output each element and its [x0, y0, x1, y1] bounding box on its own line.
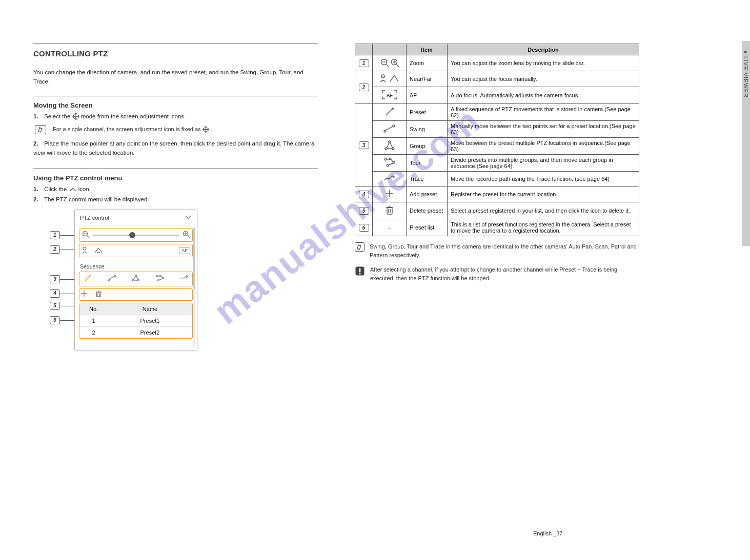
svg-rect-60	[359, 268, 361, 273]
near-icon[interactable]	[82, 246, 90, 255]
table-row: 3 Preset A fixed sequence of PTZ movemen…	[355, 104, 639, 121]
table-row: Swing Manually move between the two poin…	[355, 121, 639, 138]
ptz-heading: CONTROLLING PTZ	[33, 49, 318, 58]
callout-2: 2	[50, 245, 60, 254]
preset-row[interactable]: 2 Preset2	[79, 326, 192, 338]
move-note: For a single channel, the screen adjustm…	[33, 125, 318, 135]
af-icon[interactable]: AF	[179, 247, 190, 254]
callout-4: 4	[50, 289, 60, 298]
group-icon-cell	[373, 138, 407, 155]
svg-point-42	[384, 130, 386, 132]
chevron-up-icon	[69, 185, 77, 194]
move-step-2: 2. Place the mouse pointer at any point …	[33, 139, 318, 158]
trace-icon-cell	[373, 172, 407, 186]
table-row: Group Move between the preset multiple P…	[355, 138, 639, 155]
zoom-slider[interactable]	[93, 235, 179, 236]
table-row: 2 Near/Far You can adjust the focus manu…	[355, 71, 639, 87]
group-tab-icon[interactable]	[131, 274, 141, 284]
row-idx: 1	[359, 59, 369, 67]
svg-point-50	[387, 164, 389, 167]
panel-scrollbar[interactable]	[193, 227, 195, 347]
tour-tab-icon[interactable]	[155, 274, 165, 284]
svg-point-43	[393, 125, 395, 127]
preset-list: No. Name 1 Preset1 2 Preset2	[79, 303, 193, 339]
row-idx: 2	[359, 84, 369, 91]
svg-point-44	[389, 141, 391, 143]
add-icon-cell	[373, 186, 407, 202]
tour-icon-cell	[373, 155, 407, 172]
table-row: AF AF Auto focus. Automatically adjusts …	[355, 87, 639, 104]
callout-6: 6	[50, 316, 60, 324]
row-idx: 3	[359, 141, 369, 149]
warning-icon	[355, 265, 365, 277]
svg-rect-26	[96, 292, 100, 297]
ptz-panel-figure: 1 2 3 4 5 6 PTZ control	[44, 210, 318, 368]
move-step-1: 1. Select the mode from the screen adjus…	[33, 112, 318, 121]
svg-point-41	[392, 108, 394, 110]
move-heading: Moving the Screen	[33, 101, 318, 109]
delete-icon-cell	[373, 202, 407, 219]
menu-step-2: 2. The PTZ control menu will be displaye…	[33, 195, 318, 204]
callout-3: 3	[50, 275, 60, 283]
sequence-tabs	[79, 272, 193, 286]
preset-tab-icon[interactable]	[83, 274, 93, 284]
table-row: 4 Add preset Register the preset for the…	[355, 186, 639, 202]
add-delete-row	[79, 288, 193, 301]
svg-line-13	[85, 276, 90, 281]
row-idx: 5	[359, 207, 369, 215]
collapse-icon[interactable]	[185, 214, 192, 221]
table-row: Trace Move the recorded path using the T…	[355, 172, 639, 186]
table-row: Tour Divide presets into multiple groups…	[355, 155, 639, 172]
zoom-out-icon[interactable]	[82, 231, 90, 240]
zoom-icons-cell	[373, 55, 407, 71]
zoom-in-icon[interactable]	[182, 231, 190, 240]
table-row: 5 Delete preset Select a preset register…	[355, 202, 639, 219]
note-icon	[35, 125, 46, 134]
callout-1: 1	[50, 231, 60, 239]
svg-point-49	[393, 161, 395, 163]
af-cell: AF	[373, 87, 407, 104]
swing-tab-icon[interactable]	[107, 274, 117, 284]
svg-text:AF: AF	[387, 93, 393, 98]
add-preset-icon[interactable]	[79, 290, 89, 299]
sequence-label: Sequence	[75, 260, 197, 271]
near-far-icons-cell	[373, 71, 407, 87]
ptz-icons-table: Item Description 1 Zoom You can adjust t…	[355, 44, 639, 236]
swing-icon-cell	[373, 121, 407, 138]
callout-5: 5	[50, 302, 60, 310]
page-footer: English _37	[533, 530, 563, 536]
row-idx: 6	[359, 224, 369, 232]
svg-rect-61	[359, 273, 361, 275]
right-column: Item Description 1 Zoom You can adjust t…	[355, 44, 639, 282]
ptz-panel-title: PTZ control	[80, 215, 109, 221]
svg-point-46	[392, 148, 394, 150]
svg-line-35	[396, 65, 399, 67]
menu-step-1: 1. Click the icon.	[33, 185, 318, 194]
svg-line-40	[386, 109, 392, 115]
ptz-intro: You can change the direction of camera, …	[33, 68, 318, 87]
svg-point-11	[83, 247, 86, 250]
svg-point-15	[108, 279, 110, 281]
move-mode-icon	[72, 112, 79, 121]
delete-preset-icon[interactable]	[94, 290, 103, 299]
svg-point-22	[162, 278, 164, 279]
left-column: CONTROLLING PTZ You can change the direc…	[33, 44, 318, 368]
svg-point-19	[137, 280, 139, 281]
row-idx: 4	[359, 191, 369, 198]
svg-point-18	[132, 280, 134, 281]
table-row: 1 Zoom You can adjust the zoom lens by m…	[355, 55, 639, 71]
side-tab-label: ● LIVE VIEWER	[743, 50, 749, 98]
ptz-panel: PTZ control	[74, 210, 197, 350]
side-tab: ● LIVE VIEWER	[742, 41, 750, 246]
far-icon[interactable]	[94, 246, 103, 255]
svg-point-47	[384, 158, 387, 160]
svg-point-14	[90, 275, 91, 277]
svg-point-21	[159, 275, 161, 277]
svg-point-17	[135, 275, 136, 277]
note-m-row: Swing, Group, Tour and Trace in this cam…	[355, 242, 639, 259]
trace-tab-icon[interactable]	[179, 274, 189, 284]
preset-row[interactable]: 1 Preset1	[79, 315, 192, 326]
preset-hdr-no: No.	[79, 303, 108, 315]
table-row: 6 - Preset list This is a list of preset…	[355, 219, 639, 236]
svg-line-8	[187, 236, 190, 238]
